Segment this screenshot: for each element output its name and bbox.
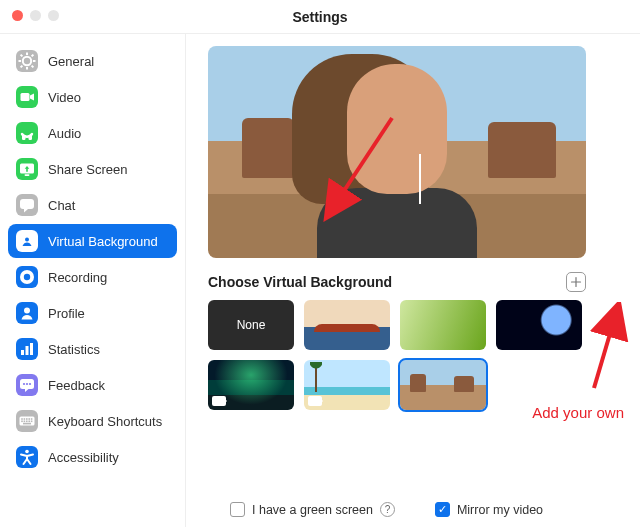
svg-point-34 <box>23 383 25 385</box>
svg-line-8 <box>32 55 34 57</box>
background-thumb-grass[interactable] <box>400 300 486 350</box>
video-preview <box>208 46 586 258</box>
svg-rect-12 <box>16 122 38 144</box>
svg-point-25 <box>24 274 30 280</box>
background-thumb-golden-gate[interactable] <box>304 300 390 350</box>
svg-rect-47 <box>28 421 30 423</box>
mirror-video-label: Mirror my video <box>457 503 543 517</box>
sidebar-item-label: Keyboard Shortcuts <box>48 414 162 429</box>
zoom-window-button[interactable] <box>48 10 59 21</box>
sidebar-item-label: Profile <box>48 306 85 321</box>
settings-sidebar: GeneralVideoAudioShare ScreenChatVirtual… <box>0 34 186 527</box>
svg-rect-45 <box>24 421 26 423</box>
svg-rect-44 <box>21 421 23 423</box>
svg-rect-42 <box>28 418 30 420</box>
sidebar-item-feedback[interactable]: Feedback <box>8 368 177 402</box>
add-background-button[interactable] <box>566 272 586 292</box>
background-thumbnail-grid: None <box>208 300 598 410</box>
svg-point-27 <box>24 308 30 314</box>
svg-rect-31 <box>30 343 33 355</box>
share-screen-icon <box>16 158 38 180</box>
minimize-window-button[interactable] <box>30 10 41 21</box>
svg-rect-48 <box>31 421 33 423</box>
background-thumb-earth[interactable] <box>496 300 582 350</box>
section-title: Choose Virtual Background <box>208 274 392 290</box>
background-thumb-aurora[interactable] <box>208 360 294 410</box>
svg-point-51 <box>25 450 29 454</box>
accessibility-icon <box>16 446 38 468</box>
profile-icon <box>16 302 38 324</box>
svg-rect-46 <box>26 421 28 423</box>
svg-rect-14 <box>29 135 33 140</box>
sidebar-item-label: Chat <box>48 198 75 213</box>
close-window-button[interactable] <box>12 10 23 21</box>
sidebar-item-label: Recording <box>48 270 107 285</box>
footer-options: I have a green screen ? Mirror my video <box>230 502 543 517</box>
chat-icon <box>16 194 38 216</box>
svg-rect-19 <box>20 199 34 209</box>
sidebar-item-video[interactable]: Video <box>8 80 177 114</box>
virtual-background-icon <box>16 230 38 252</box>
svg-rect-49 <box>23 423 31 425</box>
sidebar-item-share-screen[interactable]: Share Screen <box>8 152 177 186</box>
green-screen-label: I have a green screen <box>252 503 373 517</box>
svg-rect-41 <box>26 418 28 420</box>
gear-icon <box>16 50 38 72</box>
svg-rect-29 <box>21 350 24 355</box>
recording-icon <box>16 266 38 288</box>
video-indicator-icon <box>308 396 322 406</box>
svg-rect-30 <box>26 346 29 355</box>
background-thumb-none[interactable]: None <box>208 300 294 350</box>
keyboard-icon <box>16 410 38 432</box>
svg-point-35 <box>26 383 28 385</box>
sidebar-item-general[interactable]: General <box>8 44 177 78</box>
video-indicator-icon <box>212 396 226 406</box>
sidebar-item-audio[interactable]: Audio <box>8 116 177 150</box>
video-icon <box>16 86 38 108</box>
audio-icon <box>16 122 38 144</box>
sidebar-item-label: General <box>48 54 94 69</box>
feedback-icon <box>16 374 38 396</box>
svg-line-7 <box>32 66 34 68</box>
sidebar-item-recording[interactable]: Recording <box>8 260 177 294</box>
svg-point-22 <box>25 238 29 242</box>
sidebar-item-label: Accessibility <box>48 450 119 465</box>
sidebar-item-label: Share Screen <box>48 162 128 177</box>
window-title: Settings <box>0 9 640 25</box>
svg-rect-43 <box>31 418 33 420</box>
sidebar-item-profile[interactable]: Profile <box>8 296 177 330</box>
sidebar-item-label: Audio <box>48 126 81 141</box>
sidebar-item-keyboard-shortcuts[interactable]: Keyboard Shortcuts <box>8 404 177 438</box>
statistics-icon <box>16 338 38 360</box>
background-thumb-monument-valley[interactable] <box>400 360 486 410</box>
help-icon[interactable]: ? <box>380 502 395 517</box>
svg-rect-17 <box>25 174 30 176</box>
svg-rect-13 <box>22 135 26 140</box>
sidebar-item-label: Video <box>48 90 81 105</box>
sidebar-item-chat[interactable]: Chat <box>8 188 177 222</box>
sidebar-item-label: Statistics <box>48 342 100 357</box>
sidebar-item-virtual-background[interactable]: Virtual Background <box>8 224 177 258</box>
svg-line-6 <box>21 55 23 57</box>
svg-rect-40 <box>24 418 26 420</box>
sidebar-item-statistics[interactable]: Statistics <box>8 332 177 366</box>
svg-rect-39 <box>21 418 23 420</box>
sidebar-item-label: Feedback <box>48 378 105 393</box>
svg-line-9 <box>21 66 23 68</box>
window-controls <box>12 10 59 21</box>
svg-point-36 <box>29 383 31 385</box>
sidebar-item-label: Virtual Background <box>48 234 158 249</box>
sidebar-item-accessibility[interactable]: Accessibility <box>8 440 177 474</box>
background-thumb-beach[interactable] <box>304 360 390 410</box>
svg-rect-11 <box>21 93 30 101</box>
plus-icon <box>570 276 582 288</box>
settings-main: Choose Virtual Background None I have a … <box>186 34 640 527</box>
titlebar: Settings <box>0 0 640 34</box>
green-screen-checkbox[interactable]: I have a green screen ? <box>230 502 395 517</box>
mirror-video-checkbox[interactable]: Mirror my video <box>435 502 543 517</box>
